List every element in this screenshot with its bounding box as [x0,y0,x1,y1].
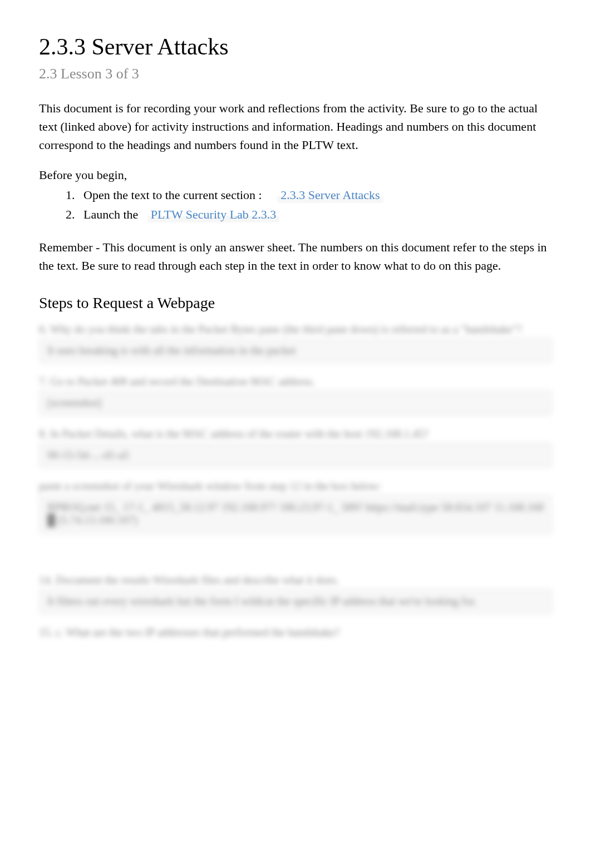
reminder-paragraph: Remember - This document is only an answ… [39,238,552,275]
intro-paragraph: This document is for recording your work… [39,99,552,154]
qa-block-2: 7. Go to Packet 408 and record the Desti… [39,375,552,415]
answer-2[interactable]: [screenshot] [39,390,552,415]
instructions-list: Open the text to the current section : 2… [39,185,552,224]
answer-4[interactable]: RPROQ.net 15_ 17-1_ 4815_58.12.97 192.16… [39,495,552,534]
question-4: paste a screenshot of your Wireshark win… [39,480,552,493]
list-item-1: Open the text to the current section : 2… [78,185,552,205]
question-5: 14. Document the results Wireshark files… [39,574,552,587]
list-item-2: Launch the PLTW Security Lab 2.3.3 [78,205,552,224]
question-6: 15. c. What are the two IP addresses tha… [39,626,552,639]
page-subtitle: 2.3 Lesson 3 of 3 [39,66,552,82]
qa-block-3: 8. In Packet Details, what is the MAC ad… [39,428,552,468]
answer-5[interactable]: It filters out every wireshark but the f… [39,589,552,614]
server-attacks-link[interactable]: 2.3.3 Server Attacks [277,187,383,203]
spacer [39,546,552,574]
qa-block-1: 6. Why do you think the tabs in the Pack… [39,323,552,363]
security-lab-link[interactable]: PLTW Security Lab 2.3.3 [147,206,279,222]
question-1: 6. Why do you think the tabs in the Pack… [39,323,552,336]
before-begin-label: Before you begin, [39,168,552,182]
list-item-2-text: Launch the [83,207,138,221]
qa-block-4: paste a screenshot of your Wireshark win… [39,480,552,534]
answer-1[interactable]: It uses breaking is with all the informa… [39,338,552,363]
question-3: 8. In Packet Details, what is the MAC ad… [39,428,552,440]
section-heading: Steps to Request a Webpage [39,294,552,312]
qa-block-6: 15. c. What are the two IP addresses tha… [39,626,552,639]
question-2: 7. Go to Packet 408 and record the Desti… [39,375,552,388]
page-title: 2.3.3 Server Attacks [39,33,552,60]
list-item-1-text: Open the text to the current section : [83,188,262,202]
answer-3[interactable]: 00-15-5d-...-d1-a5 [39,443,552,468]
qa-block-5: 14. Document the results Wireshark files… [39,574,552,614]
